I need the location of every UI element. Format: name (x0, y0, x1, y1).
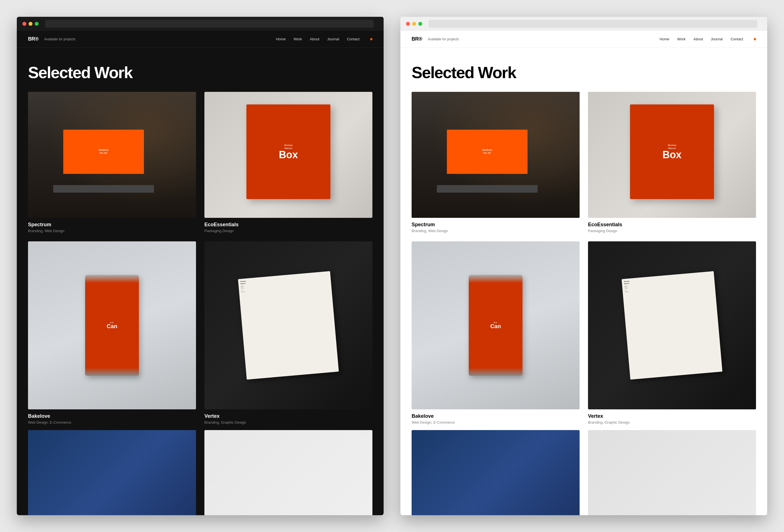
vertex-image-dark: MockupMaison BlankPages A 4Format (204, 241, 372, 409)
vertex-name-light: Vertex (588, 413, 756, 419)
work-grid-dark: MacBookPro 16" Spectrum Branding, Web De… (28, 92, 372, 424)
nav-status-dot-dark (370, 38, 372, 40)
nav-about-light[interactable]: About (694, 37, 703, 41)
vertex-name-dark: Vertex (204, 413, 372, 419)
eco-title-light: Box (663, 150, 681, 160)
bottom-img2-dark (204, 430, 372, 515)
nav-links-light: Home Work About Journal Contact (660, 37, 756, 41)
spectrum-info-light: Spectrum Branding, Web Design (412, 222, 580, 233)
laptop-text-light: MacBookPro 16" (482, 149, 492, 155)
work-item-bakelove-light[interactable]: M.M. Can Bakelove Web Design, E-Commerce (412, 241, 580, 424)
bakelove-info-dark: Bakelove Web Design, E-Commerce (28, 413, 196, 424)
browser-dark: BR® Available for projects Home Work Abo… (17, 17, 384, 515)
laptop-text-dark: MacBookPro 16" (99, 149, 109, 155)
eco-name-dark: EcoEssentials (204, 222, 372, 228)
url-bar-dark[interactable] (45, 20, 374, 28)
nav-contact-light[interactable]: Contact (730, 37, 743, 41)
chrome-dot-green-light[interactable] (418, 22, 422, 26)
nav-links-dark: Home Work About Journal Contact (276, 37, 372, 41)
eco-info-light: EcoEssentials Packaging Design (588, 222, 756, 233)
site-content-dark: BR® Available for projects Home Work Abo… (17, 31, 384, 515)
spectrum-screen-dark: MacBookPro 16" (63, 130, 144, 174)
spectrum-name-dark: Spectrum (28, 222, 196, 228)
nav-about-dark[interactable]: About (310, 37, 319, 41)
nav-tagline-dark: Available for projects (44, 37, 75, 41)
work-item-eco-dark[interactable]: MockupMaison Box EcoEssentials Packaging… (204, 92, 372, 233)
nav-journal-dark[interactable]: Journal (327, 37, 339, 41)
bakelove-name-dark: Bakelove (28, 413, 196, 419)
section-title-light: Selected Work (412, 64, 756, 81)
nav-logo-light: BR® (412, 36, 422, 42)
nav-work-dark[interactable]: Work (293, 37, 302, 41)
browser-chrome-dark (17, 17, 384, 31)
work-item-vertex-light[interactable]: MockupMaison BlankPages A 4Format Vertex… (588, 241, 756, 424)
eco-tags-light: Packaging Design (588, 229, 756, 233)
main-content-dark: Selected Work MacBookPro 16" Spect (17, 48, 384, 515)
url-bar-light[interactable] (429, 20, 757, 28)
section-title-dark: Selected Work (28, 64, 372, 81)
chrome-dot-yellow-light[interactable] (412, 22, 416, 26)
work-grid-light: MacBookPro 16" Spectrum Branding, Web De… (412, 92, 756, 424)
vertex-tags-light: Branding, Graphic Design (588, 420, 756, 424)
bakelove-name-light: Bakelove (412, 413, 580, 419)
spectrum-tags-dark: Branding, Web Design (28, 229, 196, 233)
bakelove-tags-dark: Web Design, E-Commerce (28, 420, 196, 424)
can-body-dark: M.M. Can (85, 275, 139, 376)
spectrum-tags-light: Branding, Web Design (412, 229, 580, 233)
bakelove-info-light: Bakelove Web Design, E-Commerce (412, 413, 580, 424)
can-body-light: M.M. Can (469, 275, 523, 376)
vertex-notebook-light: MockupMaison BlankPages A 4Format (622, 271, 722, 380)
main-content-light: Selected Work MacBookPro 16" Spect (400, 48, 767, 515)
spectrum-screen-light: MacBookPro 16" (447, 130, 528, 174)
bottom-row-dark (28, 430, 372, 515)
nav-status-dot-light (754, 38, 756, 40)
work-item-spectrum-light[interactable]: MacBookPro 16" Spectrum Branding, Web De… (412, 92, 580, 233)
navbar-dark: BR® Available for projects Home Work Abo… (17, 31, 384, 48)
eco-name-light: EcoEssentials (588, 222, 756, 228)
can-image-dark: M.M. Can (28, 241, 196, 409)
eco-image-dark: MockupMaison Box (204, 92, 372, 218)
navbar-light: BR® Available for projects Home Work Abo… (400, 31, 767, 48)
work-item-spectrum-dark[interactable]: MacBookPro 16" Spectrum Branding, Web De… (28, 92, 196, 233)
work-item-eco-light[interactable]: MockupMaison Box EcoEssentials Packaging… (588, 92, 756, 233)
spectrum-laptop-dark: MacBookPro 16" (53, 130, 154, 193)
chrome-dot-green[interactable] (35, 22, 39, 26)
spectrum-laptop-light: MacBookPro 16" (437, 130, 538, 193)
work-item-bakelove-dark[interactable]: M.M. Can Bakelove Web Design, E-Commerce (28, 241, 196, 424)
vertex-image-light: MockupMaison BlankPages A 4Format (588, 241, 756, 409)
eco-info-dark: EcoEssentials Packaging Design (204, 222, 372, 233)
bottom-img2-light (588, 430, 756, 515)
eco-box-light: MockupMaison Box (630, 105, 714, 199)
can-title-dark: Can (107, 324, 117, 329)
vertex-info-light: Vertex Branding, Graphic Design (588, 413, 756, 424)
nav-tagline-light: Available for projects (428, 37, 459, 41)
browser-light: BR® Available for projects Home Work Abo… (400, 17, 767, 515)
spectrum-info-dark: Spectrum Branding, Web Design (28, 222, 196, 233)
spectrum-name-light: Spectrum (412, 222, 580, 228)
eco-title-dark: Box (279, 150, 298, 160)
bottom-img1-dark (28, 430, 196, 515)
can-title-light: Can (490, 324, 501, 329)
eco-box-dark: MockupMaison Box (246, 105, 330, 199)
eco-image-light: MockupMaison Box (588, 92, 756, 218)
bottom-img1-light (412, 430, 580, 515)
vertex-notebook-dark: MockupMaison BlankPages A 4Format (238, 271, 339, 380)
chrome-dot-red-light[interactable] (406, 22, 410, 26)
nav-home-dark[interactable]: Home (276, 37, 286, 41)
nav-home-light[interactable]: Home (660, 37, 670, 41)
vertex-tags-dark: Branding, Graphic Design (204, 420, 372, 424)
browser-chrome-light (400, 17, 767, 31)
site-content-light: BR® Available for projects Home Work Abo… (400, 31, 767, 515)
spectrum-base-light (437, 185, 538, 193)
eco-tags-dark: Packaging Design (204, 229, 372, 233)
work-item-vertex-dark[interactable]: MockupMaison BlankPages A 4Format Vertex… (204, 241, 372, 424)
bakelove-tags-light: Web Design, E-Commerce (412, 420, 580, 424)
bottom-row-light (412, 430, 756, 515)
chrome-dot-red[interactable] (22, 22, 26, 26)
nav-journal-light[interactable]: Journal (711, 37, 723, 41)
spectrum-base-dark (53, 185, 154, 193)
nav-contact-dark[interactable]: Contact (347, 37, 360, 41)
spectrum-image-dark: MacBookPro 16" (28, 92, 196, 218)
nav-work-light[interactable]: Work (677, 37, 685, 41)
chrome-dot-yellow[interactable] (29, 22, 32, 26)
